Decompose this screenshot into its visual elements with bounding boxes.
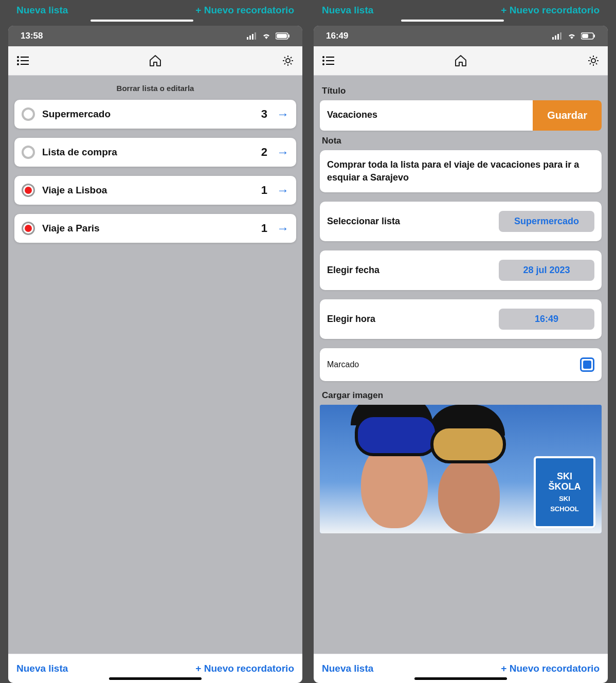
photo-shape xyxy=(355,414,438,456)
list-item[interactable]: Supermercado 3 → xyxy=(14,100,296,129)
gear-icon[interactable] xyxy=(282,55,294,67)
svg-rect-3 xyxy=(255,32,256,40)
svg-rect-16 xyxy=(557,34,559,40)
attached-photo[interactable]: SKI ŠKOLA SKI SCHOOL xyxy=(320,405,602,533)
new-list-button[interactable]: Nueva lista xyxy=(322,663,373,674)
svg-rect-14 xyxy=(552,37,554,40)
pick-date-value[interactable]: 28 jul 2023 xyxy=(499,260,594,281)
marked-checkbox[interactable] xyxy=(580,357,594,372)
edit-hint: Borrar lista o editarla xyxy=(14,84,296,93)
new-list-link[interactable]: Nueva lista xyxy=(322,5,373,16)
svg-point-9 xyxy=(17,60,19,62)
cellular-icon xyxy=(247,32,257,40)
status-bar: 16:49 xyxy=(314,26,608,46)
pick-date-label: Elegir fecha xyxy=(327,265,379,276)
svg-rect-19 xyxy=(582,34,588,38)
marked-row[interactable]: Marcado xyxy=(320,348,602,381)
phone-right: 16:49 xyxy=(314,26,608,683)
svg-point-23 xyxy=(322,60,324,62)
list-item[interactable]: Viaje a Lisboa 1 → xyxy=(14,176,296,205)
new-list-button[interactable]: Nueva lista xyxy=(16,663,68,674)
chevron-right-icon[interactable]: → xyxy=(277,145,289,159)
pick-time-row[interactable]: Elegir hora 16:49 xyxy=(320,299,602,339)
list-item[interactable]: Viaje a Paris 1 → xyxy=(14,214,296,243)
home-indicator xyxy=(109,677,202,680)
battery-icon xyxy=(276,32,290,40)
home-indicator xyxy=(414,677,507,680)
list-icon[interactable] xyxy=(322,56,334,66)
svg-rect-22 xyxy=(326,57,334,58)
select-list-label: Seleccionar lista xyxy=(327,216,400,227)
chevron-right-icon[interactable]: → xyxy=(277,221,289,236)
svg-rect-17 xyxy=(560,32,561,40)
svg-point-27 xyxy=(591,59,595,63)
list-icon[interactable] xyxy=(16,56,29,66)
home-indicator-small xyxy=(90,20,193,22)
list-item-count: 3 xyxy=(261,107,267,121)
svg-rect-8 xyxy=(21,57,29,58)
list-item-title: Supermercado xyxy=(42,109,254,120)
new-reminder-button[interactable]: + Nuevo recordatorio xyxy=(195,663,294,674)
svg-rect-6 xyxy=(288,34,289,38)
chevron-right-icon[interactable]: → xyxy=(277,183,289,197)
footer-bar: Nueva lista + Nuevo recordatorio xyxy=(8,654,302,683)
new-reminder-link[interactable]: + Nuevo recordatorio xyxy=(195,5,294,16)
photo-shape xyxy=(430,425,506,463)
new-list-link[interactable]: Nueva lista xyxy=(16,5,68,16)
sign-line: SKI xyxy=(559,495,570,502)
list-status-dot-active xyxy=(22,184,35,197)
svg-rect-15 xyxy=(555,35,556,40)
content-lists: Borrar lista o editarla Supermercado 3 →… xyxy=(8,76,302,654)
list-item-count: 1 xyxy=(261,222,267,235)
svg-rect-0 xyxy=(247,37,248,40)
chevron-right-icon[interactable]: → xyxy=(277,107,289,121)
list-item-title: Lista de compra xyxy=(42,147,254,158)
content-form: Título Vacaciones Guardar Nota Comprar t… xyxy=(314,76,608,654)
home-icon[interactable] xyxy=(149,54,162,67)
marked-label: Marcado xyxy=(327,360,359,369)
title-input[interactable]: Vacaciones xyxy=(320,100,533,131)
sign-line: ŠKOLA xyxy=(549,482,581,492)
note-input[interactable]: Comprar toda la lista para el viaje de v… xyxy=(320,150,602,192)
status-time: 13:58 xyxy=(21,31,43,41)
nav-bar xyxy=(8,46,302,76)
nav-bar xyxy=(314,46,608,76)
cellular-icon xyxy=(552,32,563,40)
home-icon[interactable] xyxy=(454,54,467,67)
footer-bar: Nueva lista + Nuevo recordatorio xyxy=(314,654,608,683)
load-image-label: Cargar imagen xyxy=(322,390,600,401)
svg-point-7 xyxy=(17,56,19,58)
svg-point-13 xyxy=(286,59,290,63)
battery-icon xyxy=(581,32,595,40)
status-bar: 13:58 xyxy=(8,26,302,46)
save-button[interactable]: Guardar xyxy=(533,100,602,131)
pick-time-label: Elegir hora xyxy=(327,314,375,325)
title-label: Título xyxy=(322,86,600,96)
svg-rect-20 xyxy=(594,34,595,38)
sign-line: SKI xyxy=(557,472,572,482)
pick-time-value[interactable]: 16:49 xyxy=(499,309,594,330)
photo-shape xyxy=(438,456,500,533)
list-status-dot xyxy=(22,146,35,159)
list-item-title: Viaje a Lisboa xyxy=(42,185,254,196)
title-row: Vacaciones Guardar xyxy=(320,100,602,131)
gear-icon[interactable] xyxy=(587,55,600,67)
new-reminder-button[interactable]: + Nuevo recordatorio xyxy=(501,663,600,674)
pick-date-row[interactable]: Elegir fecha 28 jul 2023 xyxy=(320,250,602,290)
select-list-row[interactable]: Seleccionar lista Supermercado xyxy=(320,202,602,241)
left-phone-container: Nueva lista + Nuevo recordatorio 13:58 xyxy=(8,0,302,683)
svg-rect-26 xyxy=(326,64,334,65)
new-reminder-link[interactable]: + Nuevo recordatorio xyxy=(501,5,600,16)
wifi-icon xyxy=(567,32,577,40)
list-item-title: Viaje a Paris xyxy=(42,223,254,234)
list-status-dot-active xyxy=(22,222,35,235)
list-item[interactable]: Lista de compra 2 → xyxy=(14,138,296,167)
list-item-count: 1 xyxy=(261,184,267,197)
svg-rect-1 xyxy=(249,35,251,40)
status-icons xyxy=(552,32,595,40)
svg-point-11 xyxy=(17,63,19,65)
select-list-value[interactable]: Supermercado xyxy=(499,211,594,232)
svg-rect-2 xyxy=(252,34,253,40)
svg-rect-10 xyxy=(21,60,29,61)
list-item-count: 2 xyxy=(261,146,267,159)
